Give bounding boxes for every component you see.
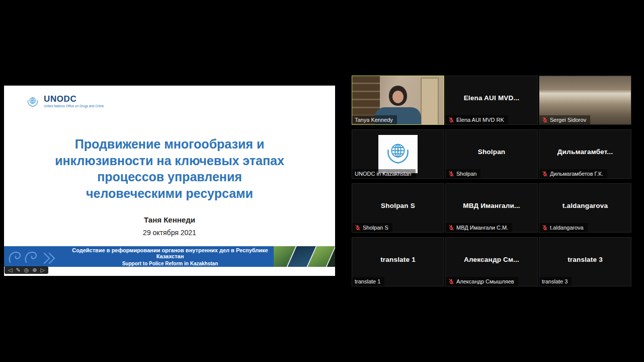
muted-mic-icon — [542, 117, 548, 123]
participant-tile-tanya-kennedy[interactable]: Tanya Kennedy — [352, 76, 444, 125]
un-logo-card — [378, 135, 418, 173]
annotation-stamp-icon[interactable]: ⊕ — [32, 267, 37, 273]
participant-display-name: Дильмагамбет... — [539, 130, 631, 173]
participant-label: Александр Смышляев — [446, 277, 518, 286]
participant-tile-sergei-sidorov[interactable]: Sergei Sidorov — [539, 76, 631, 125]
participant-label: UNODC in Kazakhstan — [352, 169, 416, 178]
participant-label: Дильмагамбетов Г.К. — [539, 169, 607, 178]
participant-label: Sergei Sidorov — [539, 115, 590, 124]
kazakh-ornament-icon — [6, 247, 66, 266]
unodc-tagline: United Nations Office on Drugs and Crime — [44, 104, 104, 108]
annotation-toolbar: ◁ ✎ ◎ ⊕ ▷ — [5, 266, 48, 274]
participant-label: Sholpan — [446, 169, 480, 178]
participant-label: Tanya Kennedy — [352, 115, 397, 124]
muted-mic-icon — [542, 225, 548, 231]
slide-title-line: процессов управления — [19, 169, 320, 185]
participant-label: translate 3 — [539, 277, 572, 286]
photo-collage — [274, 246, 335, 267]
participant-grid: Tanya Kennedy Elena AUI MVD... Elena AUI… — [352, 76, 631, 286]
un-emblem-icon — [382, 138, 414, 170]
unodc-acronym: UNODC — [44, 95, 104, 104]
slide-title: Продвижение многообразия и инклюзивности… — [19, 136, 320, 201]
muted-mic-icon — [542, 171, 548, 177]
muted-mic-icon — [448, 117, 454, 123]
participant-tile-translate-1[interactable]: translate 1 translate 1 — [352, 237, 444, 286]
participant-label: Sholpan S — [352, 223, 392, 232]
participant-display-name: Elena AUI MVD... — [446, 76, 537, 119]
muted-mic-icon — [448, 171, 454, 177]
muted-mic-icon — [355, 225, 361, 231]
participant-label: translate 1 — [352, 277, 384, 286]
participant-display-name: t.aldangarova — [539, 184, 631, 227]
meeting-window: UNODC United Nations Office on Drugs and… — [0, 0, 644, 362]
unodc-logo: UNODC United Nations Office on Drugs and… — [25, 95, 104, 110]
annotation-arrow-icon[interactable]: ▷ — [41, 267, 45, 273]
participant-tile-smyshlyaev[interactable]: Александр См... Александр Смышляев — [445, 237, 538, 286]
door — [421, 78, 439, 125]
participant-display-name: Sholpan S — [352, 184, 444, 227]
slide-title-line: Продвижение многообразия и — [19, 136, 320, 153]
participant-tile-mvd-imangali[interactable]: МВД Имангали... МВД Имангали С.М. — [445, 183, 538, 233]
participant-tile-dilmagambetov[interactable]: Дильмагамбет... Дильмагамбетов Г.К. — [539, 129, 631, 179]
slide-author: Таня Кеннеди — [4, 215, 335, 224]
slide-title-line: человеческими ресурсами — [19, 185, 320, 202]
participant-display-name: translate 3 — [539, 238, 631, 281]
participant-tile-aldangarova[interactable]: t.aldangarova t.aldangarova — [539, 183, 631, 233]
slide-title-line: инклюзивности на ключевых этапах — [19, 153, 320, 169]
presentation-slide: UNODC United Nations Office on Drugs and… — [4, 86, 335, 276]
participant-label: Elena AUI MVD RK — [446, 115, 508, 124]
slide-date: 29 октября 2021 — [4, 229, 335, 237]
footer-title-en: Support to Police Reform in Kazakhstan — [68, 261, 272, 266]
annotation-select-icon[interactable]: ◁ — [8, 267, 12, 273]
footer-title-ru: Содействие в реформировании органов внут… — [68, 247, 272, 259]
participant-label: t.aldangarova — [539, 223, 588, 232]
annotation-circle-icon[interactable]: ◎ — [24, 267, 29, 273]
muted-mic-icon — [448, 278, 454, 284]
participant-tile-unodc-kazakhstan[interactable]: UNODC in Kazakhstan — [352, 129, 444, 179]
participant-display-name: translate 1 — [352, 238, 444, 281]
slide-footer-banner: Содействие в реформировании органов внут… — [4, 246, 335, 267]
person-face — [392, 91, 404, 103]
annotation-pen-icon[interactable]: ✎ — [16, 267, 20, 273]
participant-display-name: Sholpan — [446, 130, 537, 173]
muted-mic-icon — [448, 225, 454, 231]
participant-tile-translate-3[interactable]: translate 3 translate 3 — [539, 237, 631, 286]
participant-tile-sholpan[interactable]: Sholpan Sholpan — [445, 129, 538, 179]
participant-display-name: Александр См... — [446, 238, 537, 281]
participant-tile-sholpan-s[interactable]: Sholpan S Sholpan S — [352, 183, 444, 233]
participant-display-name: МВД Имангали... — [446, 184, 537, 227]
participant-tile-elena[interactable]: Elena AUI MVD... Elena AUI MVD RK — [445, 76, 538, 125]
un-emblem-icon — [25, 95, 40, 110]
participant-label: МВД Имангали С.М. — [446, 223, 512, 232]
